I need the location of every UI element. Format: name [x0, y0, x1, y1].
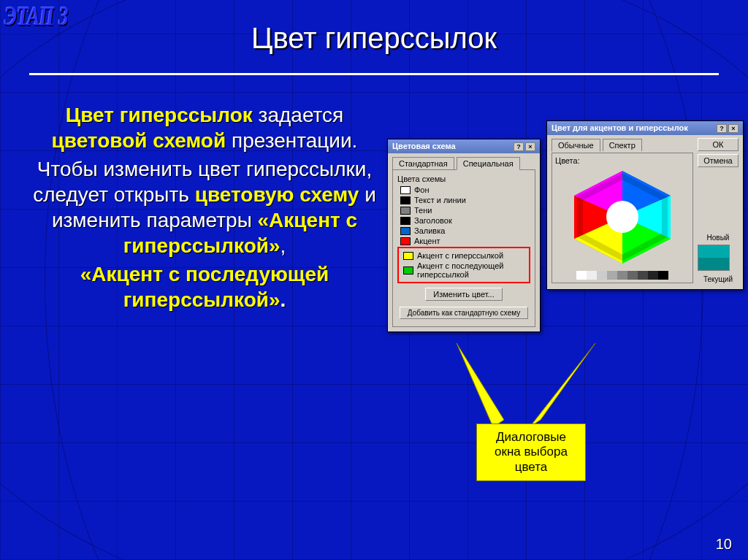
color-picker-dialog: Цвет для акцентов и гиперссылок ?× Обычн… [546, 120, 744, 290]
help-icon[interactable]: ? [514, 142, 524, 151]
scheme-panel: Цвета схемы Фон Текст и линии Тени Загол… [392, 169, 535, 327]
current-label: Текущий [698, 275, 739, 283]
highlighted-items: Акцент с гиперссылкой Акцент с последующ… [397, 247, 530, 283]
window-controls: ?× [715, 123, 739, 133]
new-label: Новый [698, 234, 739, 242]
scheme-item[interactable]: Заливка [397, 226, 530, 235]
cancel-button[interactable]: Отмена [698, 154, 739, 167]
tab-standard[interactable]: Стандартная [392, 157, 454, 169]
hl-text: Цвет гиперссылок [66, 104, 253, 126]
hex-color-picker[interactable] [566, 168, 679, 266]
callout-label: Диалоговые окна выбора цвета [476, 423, 586, 481]
tabs: Стандартная Специальная [392, 156, 535, 169]
tab-spectrum[interactable]: Спектр [603, 139, 642, 151]
scheme-list: Фон Текст и линии Тени Заголовок Заливка… [397, 185, 530, 283]
scheme-item[interactable]: Акцент с гиперссылкой [400, 251, 527, 260]
add-scheme-button[interactable]: Добавить как стандартную схему [400, 307, 528, 319]
close-icon[interactable]: × [728, 124, 739, 133]
color-scheme-dialog: Цветовая схема ?× Стандартная Специальна… [387, 139, 541, 332]
ok-button[interactable]: ОК [698, 138, 739, 151]
scheme-item[interactable]: Текст и линии [397, 196, 530, 204]
close-icon[interactable]: × [525, 142, 535, 151]
change-color-button[interactable]: Изменить цвет... [425, 288, 502, 301]
help-icon[interactable]: ? [717, 124, 727, 133]
dialog-title: Цветовая схема [392, 142, 456, 151]
svg-point-7 [606, 201, 638, 233]
page-number: 10 [716, 536, 732, 553]
slide-title: Цвет гиперссылок [0, 22, 748, 55]
color-preview [698, 245, 730, 271]
greyscale-row[interactable] [555, 271, 690, 280]
body-text: Цвет гиперссылок задается цветовой схемо… [29, 102, 380, 312]
colors-label: Цвета: [555, 156, 690, 165]
scheme-item[interactable]: Заголовок [397, 216, 530, 225]
scheme-item[interactable]: Тени [397, 206, 530, 215]
dialog-titlebar: Цветовая схема ?× [388, 139, 540, 153]
group-label: Цвета схемы [397, 174, 530, 183]
tab-usual[interactable]: Обычные [552, 139, 600, 152]
dialog-titlebar: Цвет для акцентов и гиперссылок ?× [547, 121, 743, 135]
scheme-item[interactable]: Акцент с последующей гиперссылкой [400, 261, 527, 279]
window-controls: ?× [512, 142, 535, 151]
scheme-item[interactable]: Фон [397, 185, 530, 194]
scheme-item[interactable]: Акцент [397, 237, 530, 245]
tab-custom[interactable]: Специальная [457, 157, 520, 170]
title-divider [29, 73, 719, 75]
dialog-title: Цвет для акцентов и гиперссылок [552, 123, 688, 133]
